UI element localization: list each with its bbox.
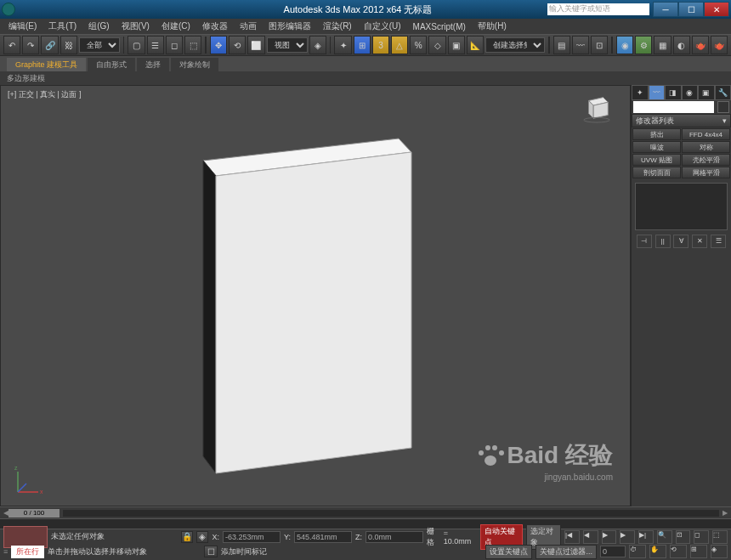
menu-create[interactable]: 创建(C) <box>156 19 196 34</box>
spinner-snap-icon[interactable]: % <box>410 36 427 54</box>
render-frame-icon[interactable]: ▦ <box>654 36 671 54</box>
viewport-label[interactable]: [+] 正交 | 真实 | 边面 ] <box>8 89 81 100</box>
time-slider[interactable]: 0 / 100 <box>8 509 60 518</box>
menu-customize[interactable]: 自定义(U) <box>359 19 406 34</box>
select-name-icon[interactable]: ☰ <box>147 36 164 54</box>
isolate-icon[interactable]: ☐ <box>204 546 218 557</box>
menu-maxscript[interactable]: MAXScript(M) <box>408 20 471 33</box>
goto-start-icon[interactable]: |◀ <box>564 530 580 544</box>
menu-rendering[interactable]: 渲染(R) <box>318 19 357 34</box>
viewport[interactable]: [+] 正交 | 真实 | 边面 ] z x <box>0 85 631 506</box>
min-max-toggle-icon[interactable]: ⊞ <box>690 545 707 558</box>
modifier-btn-6[interactable]: 剖切面面 <box>632 167 681 178</box>
show-end-result-icon[interactable]: || <box>655 235 671 248</box>
ref-coord-combo[interactable]: 视图 <box>267 37 308 53</box>
maximize-button[interactable]: ☐ <box>678 2 704 17</box>
app-icon[interactable] <box>2 3 15 16</box>
menu-edit[interactable]: 编辑(E) <box>3 19 42 34</box>
close-button[interactable]: ✕ <box>704 2 729 17</box>
cmd-tab-modify-icon[interactable]: 〰 <box>649 85 666 100</box>
select-move-icon[interactable]: ✥ <box>210 36 227 54</box>
menu-help[interactable]: 帮助(H) <box>473 19 512 34</box>
remove-modifier-icon[interactable]: ✕ <box>692 235 707 248</box>
viewport-nav-icon[interactable]: ◈ <box>711 545 728 558</box>
align-icon[interactable]: 📐 <box>467 36 484 54</box>
redo-icon[interactable]: ↷ <box>22 36 39 54</box>
percent-snap-icon[interactable]: △ <box>391 36 408 54</box>
key-filters-button[interactable]: 关键点过滤器... <box>536 545 597 559</box>
modifier-btn-7[interactable]: 网格平滑 <box>682 167 730 178</box>
time-ruler[interactable] <box>0 518 731 529</box>
x-coord-input[interactable] <box>223 531 280 543</box>
goto-end-icon[interactable]: ▶| <box>638 530 654 544</box>
layer-manager-icon[interactable]: ▤ <box>553 36 570 54</box>
cmd-tab-create-icon[interactable]: ✦ <box>632 85 649 100</box>
zoom-icon[interactable]: 🔍 <box>657 530 672 544</box>
ribbon-tab-freeform[interactable]: 自由形式 <box>88 58 135 71</box>
set-key-button[interactable]: 设置关键点 <box>485 545 532 559</box>
select-rotate-icon[interactable]: ⟲ <box>229 36 246 54</box>
mirror-icon[interactable]: ▣ <box>448 36 465 54</box>
cmd-tab-hierarchy-icon[interactable]: ◨ <box>665 85 682 100</box>
cmd-tab-display-icon[interactable]: ▣ <box>698 85 715 100</box>
add-time-tag[interactable]: 添加时间标记 <box>221 546 366 557</box>
named-sel-icon[interactable]: ◇ <box>428 36 445 54</box>
object-name-input[interactable] <box>633 101 714 113</box>
fov-icon[interactable]: ⬚ <box>712 530 728 544</box>
play-icon[interactable]: ▶ <box>602 530 617 544</box>
viewport-object-box[interactable] <box>186 135 424 492</box>
time-config-icon[interactable]: ⏱ <box>629 545 646 558</box>
next-frame-icon[interactable]: ▶ <box>620 530 635 544</box>
undo-icon[interactable]: ↶ <box>3 36 20 54</box>
help-search-input[interactable]: 输入关键字或短语 <box>547 3 649 15</box>
object-color-swatch[interactable] <box>717 101 729 113</box>
pin-stack-icon[interactable]: ⊣ <box>637 235 652 248</box>
menu-animation[interactable]: 动画 <box>235 19 262 34</box>
snap-toggle-icon[interactable]: ⊞ <box>354 36 371 54</box>
modifier-list-dropdown[interactable]: 修改器列表▾ <box>632 114 731 127</box>
modifier-btn-2[interactable]: 噪波 <box>632 141 681 153</box>
ribbon-tab-graphite[interactable]: Graphite 建模工具 <box>7 58 86 71</box>
select-icon[interactable]: ▢ <box>128 36 144 54</box>
render-setup-icon[interactable]: ⚙ <box>635 36 652 54</box>
orbit-icon[interactable]: ⟲ <box>670 545 687 558</box>
pan-icon[interactable]: ✋ <box>649 545 666 558</box>
teapot-icon[interactable]: 🫖 <box>692 36 709 54</box>
minimize-button[interactable]: ─ <box>653 2 678 17</box>
selection-filter-combo[interactable]: 全部 <box>79 37 120 53</box>
z-coord-input[interactable] <box>366 531 423 543</box>
modifier-btn-3[interactable]: 对称 <box>682 141 730 153</box>
render-icon[interactable]: 🫖 <box>711 36 728 54</box>
menu-graph-editors[interactable]: 图形编辑器 <box>264 19 316 34</box>
modifier-stack[interactable] <box>635 183 728 230</box>
ribbon-tab-selection[interactable]: 选择 <box>137 58 169 71</box>
menu-views[interactable]: 视图(V) <box>116 19 155 34</box>
zoom-extents-icon[interactable]: ◻ <box>694 530 709 544</box>
configure-sets-icon[interactable]: ☰ <box>711 235 726 248</box>
current-frame-input[interactable] <box>600 546 626 557</box>
modifier-btn-5[interactable]: 壳松平滑 <box>682 154 730 166</box>
curve-editor-icon[interactable]: 〰 <box>572 36 589 54</box>
material-editor-icon[interactable]: ◉ <box>616 36 633 54</box>
angle-snap-icon[interactable]: 3 <box>372 36 389 54</box>
cmd-tab-motion-icon[interactable]: ◉ <box>682 85 699 100</box>
menu-group[interactable]: 组(G) <box>83 19 114 34</box>
cmd-tab-utilities-icon[interactable]: 🔧 <box>715 85 732 100</box>
menu-modifiers[interactable]: 修改器 <box>197 19 233 34</box>
render-production-icon[interactable]: ◐ <box>673 36 690 54</box>
prev-frame-icon[interactable]: ◀ <box>583 530 598 544</box>
window-crossing-icon[interactable]: ⬚ <box>184 36 201 54</box>
select-region-icon[interactable]: ◻ <box>166 36 183 54</box>
schematic-view-icon[interactable]: ⊡ <box>591 36 608 54</box>
named-selection-combo[interactable]: 创建选择集 <box>485 37 545 53</box>
link-icon[interactable]: 🔗 <box>41 36 58 54</box>
make-unique-icon[interactable]: ∀ <box>673 235 688 248</box>
select-scale-icon[interactable]: ⬜ <box>247 36 264 54</box>
zoom-all-icon[interactable]: ⊡ <box>676 530 691 544</box>
lock-selection-icon[interactable]: 🔒 <box>181 531 193 543</box>
ribbon-tab-object-paint[interactable]: 对象绘制 <box>171 58 218 71</box>
viewcube-icon[interactable] <box>581 91 613 123</box>
menu-tools[interactable]: 工具(T) <box>43 19 82 34</box>
use-center-icon[interactable]: ◈ <box>309 36 326 54</box>
modifier-btn-1[interactable]: FFD 4x4x4 <box>682 128 730 140</box>
